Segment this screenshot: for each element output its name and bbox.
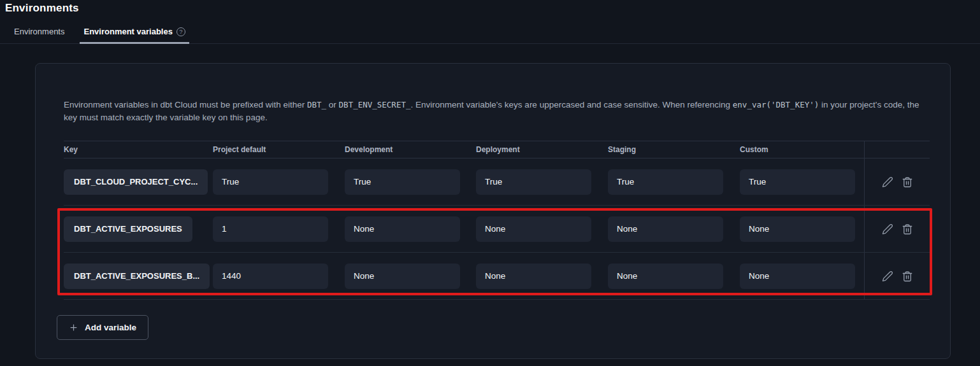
description-part: or	[326, 100, 339, 109]
delete-trash-icon[interactable]	[902, 271, 913, 282]
plus-icon	[69, 323, 78, 332]
description-text: Environment variables in dbt Cloud must …	[64, 99, 922, 124]
value-project-default: 1	[213, 216, 328, 242]
tab-environments[interactable]: Environments	[10, 24, 68, 44]
value-custom: True	[740, 169, 855, 195]
edit-pencil-icon[interactable]	[882, 271, 893, 282]
header-key: Key	[64, 145, 213, 154]
description-part: . Environment variable's keys are upperc…	[410, 100, 732, 109]
value-custom: None	[740, 264, 855, 289]
value-project-default: True	[213, 169, 328, 195]
variables-table: Key Project default Development Deployme…	[64, 141, 930, 300]
code-env-var-example: env_var('DBT_KEY')	[733, 100, 819, 109]
delete-trash-icon[interactable]	[902, 176, 913, 188]
value-staging: True	[608, 169, 723, 195]
value-deployment: None	[476, 216, 591, 242]
header-development: Development	[345, 145, 476, 154]
add-variable-label: Add variable	[85, 323, 136, 332]
tab-bar: Environments Environment variables?	[0, 24, 980, 44]
page-title: Environments	[0, 0, 980, 15]
delete-trash-icon[interactable]	[902, 223, 913, 235]
code-dbt-prefix: DBT_	[307, 100, 326, 109]
environment-variables-page: Environments Environments Environment va…	[0, 0, 980, 366]
edit-pencil-icon[interactable]	[882, 176, 893, 188]
value-custom: None	[740, 216, 855, 242]
row-actions	[864, 158, 930, 205]
row-actions	[864, 206, 930, 252]
table-row: DBT_ACTIVE_EXPOSURES_B... 1440 None None…	[64, 253, 930, 300]
header-project-default: Project default	[213, 145, 345, 154]
header-actions	[864, 141, 930, 158]
table-header-row: Key Project default Development Deployme…	[64, 141, 930, 158]
code-dbt-env-secret-prefix: DBT_ENV_SECRET_	[339, 100, 411, 109]
header-custom: Custom	[740, 145, 864, 154]
description-part: Environment variables in dbt Cloud must …	[64, 100, 307, 109]
header-staging: Staging	[608, 145, 740, 154]
row-actions	[864, 253, 930, 299]
header-deployment: Deployment	[476, 145, 608, 154]
edit-pencil-icon[interactable]	[882, 223, 893, 235]
variable-key-pill: DBT_CLOUD_PROJECT_CYC...	[64, 169, 208, 195]
help-icon[interactable]: ?	[177, 27, 185, 36]
tab-environment-variables-label: Environment variables	[83, 27, 172, 36]
table-row: DBT_CLOUD_PROJECT_CYC... True True True …	[64, 158, 930, 206]
environment-variables-card: Environment variables in dbt Cloud must …	[35, 63, 951, 359]
table-row: DBT_ACTIVE_EXPOSURES 1 None None None No…	[64, 206, 930, 253]
tab-environment-variables[interactable]: Environment variables?	[80, 24, 189, 44]
value-development: None	[345, 216, 460, 242]
value-deployment: None	[476, 264, 591, 289]
value-deployment: True	[476, 169, 591, 195]
value-staging: None	[608, 216, 723, 242]
variable-key-pill: DBT_ACTIVE_EXPOSURES_B...	[64, 264, 210, 289]
variable-key-pill: DBT_ACTIVE_EXPOSURES	[64, 216, 192, 242]
value-staging: None	[608, 264, 723, 289]
value-development: None	[345, 264, 460, 289]
value-development: True	[345, 169, 460, 195]
add-variable-button[interactable]: Add variable	[57, 315, 148, 340]
value-project-default: 1440	[213, 264, 328, 289]
